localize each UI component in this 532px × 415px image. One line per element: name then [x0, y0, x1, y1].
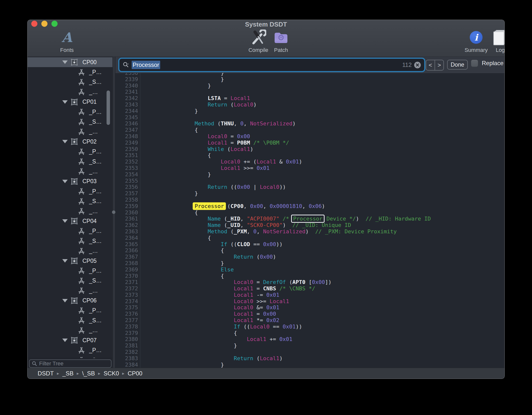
tree-item-label: CP07 — [82, 337, 97, 344]
tree-child-item[interactable]: _… — [28, 326, 112, 335]
tree-item-label: CP04 — [82, 218, 97, 224]
tree-child-item[interactable]: _… — [28, 87, 112, 97]
tree-child-item[interactable]: _… — [28, 246, 112, 256]
find-next-button[interactable]: > — [435, 60, 443, 70]
code-line: Return (Local1) — [156, 355, 431, 362]
line-number: 2375 — [115, 304, 138, 311]
toolbar-label: Fonts — [60, 47, 74, 53]
find-prev-next-control: < > — [426, 60, 444, 71]
tree-child-item[interactable]: _P… — [28, 107, 112, 117]
breadcrumb-separator-icon: ▸ — [57, 371, 59, 376]
code-line: LSTA = Local1 — [156, 95, 431, 102]
find-previous-button[interactable]: < — [426, 60, 435, 70]
tree-child-label: _… — [89, 128, 98, 135]
code-line: Name (_HID, "ACPI0007" /* Processor Devi… — [156, 216, 431, 222]
disclosure-triangle-icon[interactable] — [62, 299, 68, 302]
divider-handle-icon[interactable] — [112, 210, 115, 214]
filter-search-icon — [32, 361, 37, 366]
code-line: Method (_PXM, 0, NotSerialized) // _PXM:… — [156, 228, 431, 235]
breadcrumb-item[interactable]: \_SB — [82, 370, 95, 377]
scope-icon — [70, 98, 78, 106]
tree-item-label: CP03 — [82, 178, 97, 185]
sidebar-scrollbar[interactable] — [107, 90, 110, 125]
line-number: 2369 — [115, 267, 138, 273]
disclosure-triangle-icon[interactable] — [62, 140, 68, 143]
tree-child-item[interactable]: _P… — [28, 306, 112, 315]
code-pane: Processor 112 < > Done Replace 233823392… — [115, 57, 504, 368]
disclosure-triangle-icon[interactable] — [62, 259, 68, 263]
code-line: Method (THNU, 0, NotSerialized) — [156, 120, 431, 127]
pane-divider[interactable] — [112, 57, 115, 368]
scope-icon — [70, 337, 78, 344]
disclosure-triangle-icon[interactable] — [62, 180, 68, 183]
toolbar-item-patch[interactable]: ⚙ Patch — [261, 29, 301, 53]
done-button[interactable]: Done — [447, 60, 468, 70]
code-line: Local1 >>= 0x01 — [156, 165, 431, 171]
tree-child-item[interactable]: _P… — [28, 345, 112, 355]
tree-item-CP00[interactable]: CP00 — [28, 57, 112, 67]
breadcrumb-separator-icon: ▸ — [122, 371, 125, 376]
code-viewport[interactable]: 2338233923402341234223432344234523462347… — [115, 73, 504, 368]
window-title: System DSDT — [28, 21, 504, 28]
filter-tree-input[interactable]: Filter Tree — [29, 359, 111, 368]
clear-search-icon[interactable] — [414, 62, 421, 68]
code-line: Local1 += 0x01 — [156, 336, 431, 342]
tree-item-CP01[interactable]: CP01 — [28, 97, 112, 107]
code-editor[interactable]: } } } LSTA = Local1 Return (Local0) } Me… — [140, 73, 431, 368]
tree-child-item[interactable]: _S… — [28, 157, 112, 166]
tree-child-item[interactable]: _… — [28, 166, 112, 176]
breadcrumb-item[interactable]: DSDT — [38, 370, 54, 377]
breadcrumb-item[interactable]: SCK0 — [104, 370, 119, 377]
code-line: Else — [156, 267, 431, 273]
tree-item-CP02[interactable]: CP02 — [28, 137, 112, 147]
tree-child-item[interactable]: _P… — [28, 226, 112, 236]
breadcrumb-item[interactable]: CP00 — [128, 370, 142, 377]
tree-child-item[interactable]: _P… — [28, 67, 112, 77]
tree-child-item[interactable]: _S… — [28, 355, 112, 358]
find-input[interactable]: Processor 112 — [119, 59, 424, 71]
tree-item-CP04[interactable]: CP04 — [28, 216, 112, 226]
tree-child-label: _S… — [89, 119, 102, 125]
toolbar-item-fonts[interactable]: A Fonts — [47, 29, 87, 53]
tree-child-item[interactable]: _… — [28, 206, 112, 216]
tree-item-CP03[interactable]: CP03 — [28, 177, 112, 186]
filter-bar: Filter Tree — [28, 358, 112, 369]
line-number: 2347 — [115, 127, 138, 133]
tree-child-label: _… — [89, 287, 98, 294]
tree-child-item[interactable]: _S… — [28, 117, 112, 127]
line-number: 2362 — [115, 222, 138, 228]
tree-child-item[interactable]: _… — [28, 286, 112, 296]
line-number: 2350 — [115, 146, 138, 152]
toolbar-label: Patch — [274, 47, 288, 53]
tree-child-item[interactable]: _S… — [28, 77, 112, 87]
tree-child-label: _P… — [89, 148, 102, 155]
line-number: 2360 — [115, 209, 138, 216]
tree-child-item[interactable]: _S… — [28, 236, 112, 246]
toolbar-item-print[interactable]: Print — [500, 29, 504, 53]
tree-child-item[interactable]: _S… — [28, 196, 112, 206]
find-highlight-current: Processor — [193, 202, 226, 210]
tree-item-CP06[interactable]: CP06 — [28, 296, 112, 305]
search-scope-icon[interactable] — [123, 62, 129, 68]
find-match-count: 112 — [402, 61, 412, 68]
tree-item-CP07[interactable]: CP07 — [28, 335, 112, 345]
line-number: 2366 — [115, 247, 138, 254]
disclosure-triangle-icon[interactable] — [62, 100, 68, 104]
breadcrumb-item[interactable]: _SB — [62, 370, 73, 377]
tree-child-item[interactable]: _P… — [28, 266, 112, 276]
line-number: 2349 — [115, 140, 138, 146]
tree-item-CP05[interactable]: CP05 — [28, 256, 112, 266]
code-line — [156, 178, 431, 184]
code-line: } — [156, 342, 431, 349]
tree-child-item[interactable]: _P… — [28, 186, 112, 196]
disclosure-triangle-icon[interactable] — [62, 339, 68, 342]
replace-checkbox[interactable] — [471, 60, 478, 67]
line-number: 2352 — [115, 159, 138, 165]
disclosure-triangle-icon[interactable] — [62, 60, 68, 64]
tree-child-item[interactable]: _S… — [28, 276, 112, 286]
tree-child-item[interactable]: _S… — [28, 315, 112, 325]
tree-child-item[interactable]: _… — [28, 127, 112, 137]
code-line: Name (_UID, "SCK0-CP00") // _UID: Unique… — [156, 222, 431, 228]
tree-child-item[interactable]: _P… — [28, 147, 112, 157]
disclosure-triangle-icon[interactable] — [62, 219, 68, 223]
